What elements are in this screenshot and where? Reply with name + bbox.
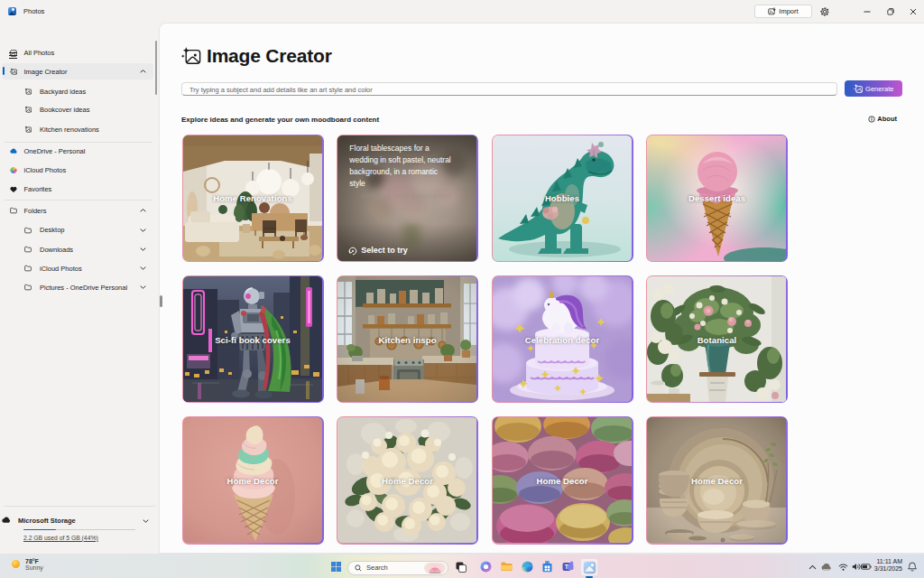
svg-text:T: T (565, 564, 568, 570)
